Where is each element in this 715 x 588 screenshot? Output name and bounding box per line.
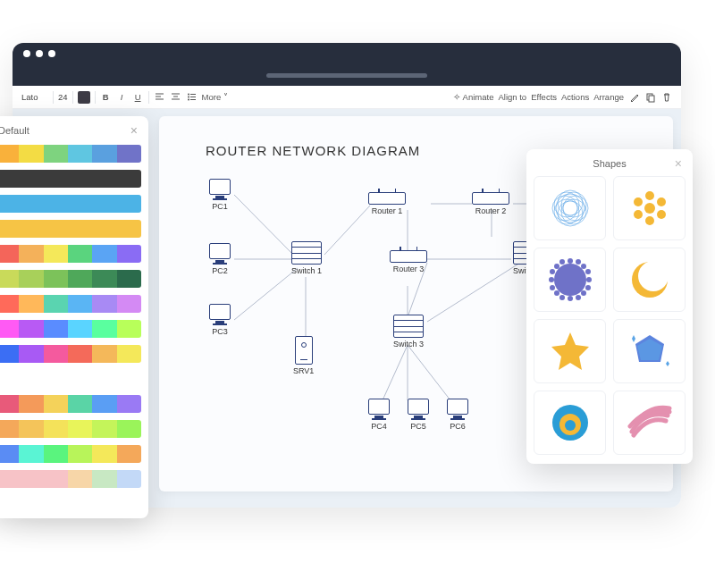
- color-swatch[interactable]: [92, 145, 116, 163]
- palette-row[interactable]: [0, 170, 141, 188]
- actions-button[interactable]: Actions: [561, 92, 589, 102]
- color-swatch[interactable]: [68, 320, 92, 338]
- color-swatch[interactable]: [0, 370, 19, 388]
- node-pc1[interactable]: PC1: [209, 179, 231, 211]
- color-swatch[interactable]: [92, 170, 116, 188]
- shape-polygon-sparkle[interactable]: [613, 319, 686, 383]
- palette-row[interactable]: [0, 270, 141, 288]
- color-swatch[interactable]: [19, 170, 43, 188]
- color-swatch[interactable]: [0, 470, 19, 488]
- color-swatch[interactable]: [19, 320, 43, 338]
- color-swatch[interactable]: [68, 295, 92, 313]
- color-swatch[interactable]: [68, 145, 92, 163]
- color-swatch[interactable]: [0, 170, 19, 188]
- color-swatch[interactable]: [117, 420, 141, 438]
- palette-row[interactable]: [0, 220, 141, 238]
- palette-row[interactable]: [0, 420, 141, 438]
- color-swatch[interactable]: [68, 245, 92, 263]
- color-swatch[interactable]: [117, 345, 141, 363]
- color-swatch[interactable]: [44, 245, 68, 263]
- color-swatch[interactable]: [92, 245, 116, 263]
- node-router3[interactable]: Router 3: [390, 250, 427, 273]
- color-swatch[interactable]: [68, 220, 92, 238]
- color-swatch[interactable]: [68, 345, 92, 363]
- color-swatch[interactable]: [117, 445, 141, 463]
- shape-dot-cluster[interactable]: [613, 176, 686, 240]
- shape-crescent[interactable]: [613, 248, 686, 312]
- color-swatch[interactable]: [19, 220, 43, 238]
- color-swatch[interactable]: [117, 395, 141, 413]
- color-swatch[interactable]: [117, 470, 141, 488]
- color-swatch[interactable]: [117, 320, 141, 338]
- palette-row[interactable]: [0, 245, 141, 263]
- color-swatch[interactable]: [44, 370, 68, 388]
- color-swatch[interactable]: [19, 145, 43, 163]
- more-menu[interactable]: More ˅: [202, 92, 228, 102]
- color-swatch[interactable]: [92, 320, 116, 338]
- color-swatch[interactable]: [0, 345, 19, 363]
- color-swatch[interactable]: [68, 195, 92, 213]
- palette-row[interactable]: [0, 470, 141, 488]
- color-swatch[interactable]: [92, 220, 116, 238]
- shape-concentric-circle[interactable]: [534, 391, 606, 455]
- close-icon[interactable]: ×: [130, 123, 138, 138]
- color-swatch[interactable]: [117, 220, 141, 238]
- color-swatch[interactable]: [44, 420, 68, 438]
- color-swatch[interactable]: [19, 270, 43, 288]
- node-srv1[interactable]: SRV1: [293, 336, 314, 375]
- bold-button[interactable]: B: [100, 91, 112, 103]
- effects-button[interactable]: Effects: [531, 92, 557, 102]
- color-swatch[interactable]: [68, 420, 92, 438]
- arrange-button[interactable]: Arrange: [593, 92, 624, 102]
- color-swatch[interactable]: [44, 295, 68, 313]
- palette-row[interactable]: [0, 370, 141, 388]
- color-swatch[interactable]: [92, 420, 116, 438]
- color-swatch[interactable]: [19, 245, 43, 263]
- color-swatch[interactable]: [117, 195, 141, 213]
- color-swatch[interactable]: [117, 370, 141, 388]
- color-swatch[interactable]: [44, 270, 68, 288]
- color-swatch[interactable]: [44, 345, 68, 363]
- node-pc5[interactable]: PC5: [408, 399, 429, 431]
- color-swatch[interactable]: [19, 445, 43, 463]
- alignto-button[interactable]: Align to: [498, 92, 526, 102]
- color-swatch[interactable]: [44, 445, 68, 463]
- color-swatch[interactable]: [44, 170, 68, 188]
- color-swatch[interactable]: [19, 345, 43, 363]
- color-swatch[interactable]: [19, 370, 43, 388]
- list-icon[interactable]: [186, 91, 198, 103]
- active-tab[interactable]: [266, 73, 427, 78]
- color-swatch[interactable]: [0, 295, 19, 313]
- node-pc2[interactable]: PC2: [209, 243, 231, 275]
- palette-row[interactable]: [0, 345, 141, 363]
- color-swatch[interactable]: [0, 145, 19, 163]
- node-switch3[interactable]: Switch 3: [393, 315, 424, 349]
- color-swatch[interactable]: [19, 195, 43, 213]
- palette-row[interactable]: [0, 445, 141, 463]
- palette-row[interactable]: [0, 145, 141, 163]
- trash-icon[interactable]: [660, 91, 672, 103]
- node-router2[interactable]: Router 2: [472, 192, 509, 215]
- palette-row[interactable]: [0, 295, 141, 313]
- align-left-icon[interactable]: [154, 91, 165, 103]
- color-swatch[interactable]: [44, 195, 68, 213]
- color-swatch[interactable]: [0, 220, 19, 238]
- color-swatch[interactable]: [92, 395, 116, 413]
- color-swatch[interactable]: [92, 445, 116, 463]
- color-swatch[interactable]: [92, 295, 116, 313]
- shape-spirograph[interactable]: [534, 176, 606, 240]
- color-swatch[interactable]: [117, 245, 141, 263]
- italic-button[interactable]: I: [116, 91, 128, 103]
- color-swatch[interactable]: [117, 270, 141, 288]
- color-swatch[interactable]: [0, 420, 19, 438]
- color-swatch[interactable]: [92, 195, 116, 213]
- color-swatch[interactable]: [117, 295, 141, 313]
- paint-brush-icon[interactable]: [628, 91, 640, 103]
- color-swatch[interactable]: [0, 395, 19, 413]
- underline-button[interactable]: U: [132, 91, 144, 103]
- color-swatch[interactable]: [0, 245, 19, 263]
- node-pc4[interactable]: PC4: [368, 399, 390, 431]
- text-color-picker[interactable]: [78, 91, 90, 104]
- shape-star[interactable]: [534, 319, 606, 383]
- color-swatch[interactable]: [44, 395, 68, 413]
